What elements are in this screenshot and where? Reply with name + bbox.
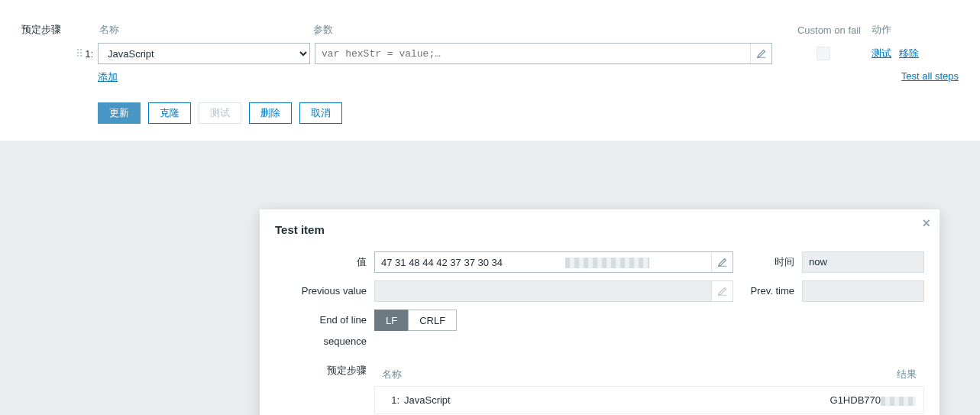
modal-step-name: JavaScript [399,394,659,406]
modal-steps-name-header: 名称 [382,368,658,381]
preprocessing-section: 预定步骤 名称 参数 Custom on fail 动作 ⠿ 1: JavaSc… [0,0,980,141]
prev-time-label: Prev. time [733,280,802,302]
columns-header: 预定步骤 名称 参数 Custom on fail 动作 [21,23,959,37]
time-value: now [802,251,924,273]
modal-steps-result-header: 结果 [658,368,917,381]
step-row: ⠿ 1: JavaScript 测试 移除 [21,43,959,64]
pencil-icon[interactable] [711,281,733,301]
delete-button[interactable]: 删除 [249,102,292,124]
presteps-label: 预定步骤 [21,23,98,37]
col-custom-on-fail-header: Custom on fail [777,24,861,36]
eol-label: End of line sequence [275,310,374,352]
prev-value-input [375,281,711,301]
close-icon[interactable]: × [922,216,930,232]
prev-value-input-wrap [374,280,733,302]
redacted-content [881,397,916,406]
eol-lf-button[interactable]: LF [374,310,408,331]
modal-step-row: 1: JavaScript G1HDB770 [374,386,924,414]
value-label: 值 [275,251,374,273]
pencil-icon[interactable] [750,44,771,63]
form-footer-buttons: 更新 克隆 测试 删除 取消 [21,102,959,124]
step-param-input[interactable] [315,44,750,63]
modal-presteps-label: 预定步骤 [275,360,374,414]
page-background: × Test item 值 时间 now Previous value [0,141,980,415]
col-action-header: 动作 [861,23,959,37]
step-name-select[interactable]: JavaScript [98,43,310,64]
step-test-link[interactable]: 测试 [872,47,891,60]
add-step-link[interactable]: 添加 [98,71,118,83]
value-input[interactable] [375,252,711,272]
col-param-header: 参数 [313,23,777,37]
pencil-icon[interactable] [711,252,733,272]
redacted-content [565,258,649,268]
value-input-wrap[interactable] [374,251,733,273]
prev-value-label: Previous value [275,280,374,302]
eol-crlf-button[interactable]: CRLF [408,310,457,331]
custom-on-fail-checkbox[interactable] [817,47,830,60]
clone-button[interactable]: 克隆 [148,102,191,124]
col-name-header: 名称 [98,23,313,37]
test-item-modal: × Test item 值 时间 now Previous value [260,209,940,415]
step-remove-link[interactable]: 移除 [899,47,919,60]
update-button[interactable]: 更新 [98,102,141,124]
modal-step-index: 1: [383,394,399,406]
test-all-steps-link[interactable]: Test all steps [901,70,959,82]
drag-handle-icon[interactable]: ⠿ [76,47,82,60]
step-index: 1: [85,48,93,60]
time-label: 时间 [733,251,802,273]
modal-steps-table: 名称 结果 1: JavaScript G1HDB770 [374,363,924,414]
prev-time-value [802,280,924,302]
step-param-field[interactable] [315,43,772,64]
modal-title: Test item [275,223,924,236]
eol-toggle: LF CRLF [374,310,457,352]
cancel-button[interactable]: 取消 [299,102,342,124]
modal-step-result: G1HDB770 [659,394,916,406]
test-button: 测试 [199,102,241,124]
